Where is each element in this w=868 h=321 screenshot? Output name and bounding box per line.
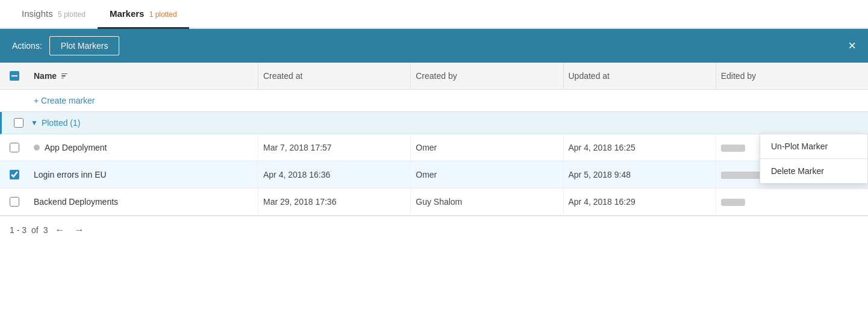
- plotted-label-text: Plotted (1): [42, 118, 81, 128]
- header-created-at: Created at: [258, 63, 410, 89]
- chevron-down-icon: ▼: [31, 119, 38, 127]
- header-created-by: Created by: [410, 63, 563, 89]
- tab-markers-count: 1 plotted: [149, 10, 177, 19]
- row2-checkbox-cell[interactable]: [0, 161, 29, 188]
- pagination-of: of: [31, 225, 39, 235]
- row2-name: Login errors inn EU: [34, 170, 107, 179]
- context-menu: Un-Plot Marker Delete Marker: [760, 134, 868, 184]
- row2-checkbox[interactable]: [10, 170, 19, 179]
- row3-updated-at: Apr 4, 2018 16:29: [563, 189, 716, 215]
- plotted-section-checkbox[interactable]: [7, 118, 31, 128]
- table-row: Login errors inn EU Apr 4, 2018 16:36 Om…: [0, 161, 868, 189]
- tab-insights[interactable]: Insights 5 plotted: [10, 0, 98, 29]
- row3-name-cell: Backend Deployments: [29, 189, 258, 215]
- pagination-bar: 1 - 3 of 3 ← →: [0, 216, 868, 244]
- row2-name-cell: Login errors inn EU: [29, 161, 258, 188]
- row2-created-at: Apr 4, 2018 16:36: [258, 161, 410, 188]
- pagination-prev-button[interactable]: ←: [53, 223, 67, 237]
- header-name: Name: [29, 63, 258, 89]
- pagination-next-button[interactable]: →: [72, 223, 87, 237]
- create-marker-link[interactable]: + Create marker: [34, 96, 95, 105]
- row1-checkbox[interactable]: [10, 143, 19, 152]
- tab-markers-label: Markers: [110, 8, 145, 19]
- actions-left: Actions: Plot Markers: [12, 36, 119, 55]
- context-menu-item-unplot[interactable]: Un-Plot Marker: [760, 134, 867, 159]
- row2-updated-at: Apr 5, 2018 9:48: [563, 161, 716, 188]
- row1-name: App Depolyment: [45, 143, 107, 152]
- table-header: Name Created at Created by Updated at Ed…: [0, 63, 868, 90]
- plot-markers-button[interactable]: Plot Markers: [49, 36, 120, 55]
- sort-icon[interactable]: [61, 73, 67, 79]
- actions-label: Actions:: [12, 41, 42, 51]
- row1-created-by: Omer: [410, 134, 563, 161]
- context-menu-item-delete[interactable]: Delete Marker: [760, 159, 867, 183]
- row1-name-cell: App Depolyment: [29, 134, 258, 161]
- table-wrapper: Name Created at Created by Updated at Ed…: [0, 63, 868, 216]
- create-marker-row: + Create marker: [0, 90, 868, 112]
- tabs-bar: Insights 5 plotted Markers 1 plotted: [0, 0, 868, 29]
- row3-checkbox-cell[interactable]: [0, 189, 29, 215]
- row3-created-by: Guy Shalom: [410, 189, 563, 215]
- row3-edited-by-blurred: [721, 199, 745, 206]
- row3-created-at: Mar 29, 2018 17:36: [258, 189, 410, 215]
- header-checkbox-cell[interactable]: [0, 63, 29, 89]
- row3-name: Backend Deployments: [34, 197, 118, 207]
- tab-markers[interactable]: Markers 1 plotted: [98, 0, 189, 29]
- row1-edited-by-blurred: [721, 145, 745, 152]
- row1-checkbox-cell[interactable]: [0, 134, 29, 161]
- marker-dot-icon: [34, 145, 40, 151]
- header-edited-by: Edited by: [716, 63, 868, 89]
- tab-insights-count: 5 plotted: [58, 10, 86, 19]
- plotted-section-header[interactable]: ▼ Plotted (1): [0, 112, 868, 134]
- actions-bar: Actions: Plot Markers ×: [0, 29, 868, 63]
- table-row: App Depolyment Mar 7, 2018 17:57 Omer Ap…: [0, 134, 868, 161]
- indeterminate-checkbox[interactable]: [10, 71, 19, 81]
- row3-checkbox[interactable]: [10, 197, 19, 207]
- plotted-section-check-input[interactable]: [14, 118, 23, 128]
- plotted-section-label[interactable]: ▼ Plotted (1): [31, 118, 80, 128]
- row1-updated-at: Apr 4, 2018 16:25: [563, 134, 716, 161]
- pagination-total: 3: [43, 225, 48, 235]
- close-button[interactable]: ×: [848, 39, 856, 52]
- pagination-range: 1 - 3: [10, 225, 27, 235]
- tab-insights-label: Insights: [22, 8, 53, 19]
- table-row: Backend Deployments Mar 29, 2018 17:36 G…: [0, 189, 868, 216]
- row3-edited-by: [716, 189, 868, 215]
- row1-created-at: Mar 7, 2018 17:57: [258, 134, 410, 161]
- row2-created-by: Omer: [410, 161, 563, 188]
- header-updated-at: Updated at: [563, 63, 716, 89]
